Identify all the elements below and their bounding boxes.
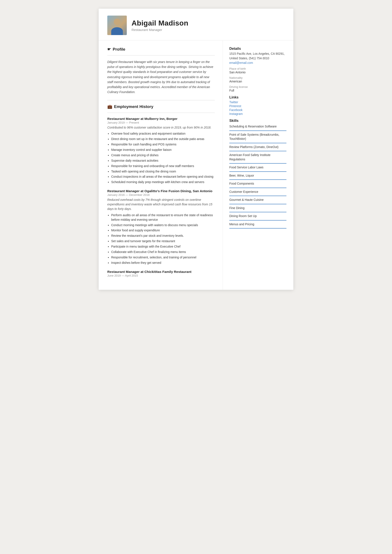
skills-section: Skills Scheduling & Reservation Software… — [229, 119, 287, 229]
bullet: Manage inventory control and supplier li… — [111, 147, 215, 152]
employment-divider — [107, 112, 215, 113]
bullet: Perform audits on all areas of the resta… — [111, 213, 215, 222]
links-label: Links — [229, 95, 287, 99]
place-of-birth-value: San Antonio — [229, 70, 287, 74]
bullet: Set sales and turnover targets for the r… — [111, 239, 215, 244]
bullet: Supervise daily restaurant activities — [111, 158, 215, 163]
nationality-label: Nationality — [229, 76, 287, 79]
job-entry-3: Restaurant Manager at Chickititas Family… — [107, 270, 215, 277]
skill-item-1: Point of Sale Systems (Breadcrumbs, Touc… — [229, 133, 287, 143]
job-title-3: Restaurant Manager at Chickititas Family… — [107, 270, 215, 274]
right-column: Details 1515 Pacific Ave, Los Angeles, C… — [223, 41, 293, 238]
bullet: Oversee food safety practices and equipm… — [111, 131, 215, 136]
job-summary-1: Contributed to 96% customer satisfaction… — [107, 125, 215, 130]
skill-item-10: Dining Room Set Up — [229, 214, 287, 220]
skill-item-7: Customer Experience — [229, 190, 287, 196]
profile-text: Diligent Restaurant Manager with six yea… — [107, 60, 215, 95]
profile-divider — [107, 55, 215, 56]
skill-item-3: American Food Safety Institute Regulatio… — [229, 153, 287, 164]
driving-license-label: Driving license — [229, 85, 287, 89]
skill-item-11: Menus and Pricing — [229, 222, 287, 229]
bullet: Direct dining room set up in the restaur… — [111, 137, 215, 141]
nationality-value: American — [229, 80, 287, 83]
job-title-2: Restaurant Manager at Ogalitto's Fine Fu… — [107, 189, 215, 193]
bullet: Tasked with opening and closing the dini… — [111, 169, 215, 174]
details-section: Details 1515 Pacific Ave, Los Angeles, C… — [229, 47, 287, 92]
bullet: Scheduled morning daily prep meetings wi… — [111, 180, 215, 184]
details-email: email@email.com — [229, 61, 287, 64]
bullet: Inspect dishes before they get served — [111, 260, 215, 265]
bullet: Conduct inspections in all areas of the … — [111, 175, 215, 179]
driving-license-group: Driving license Full — [229, 85, 287, 92]
resume-card: Abigail Madison Restaurant Manager ☛ Pro… — [99, 9, 293, 290]
skill-item-4: Food Service Labor Laws — [229, 165, 287, 172]
skill-item-0: Scheduling & Reservation Software — [229, 124, 287, 131]
header-info: Abigail Madison Restaurant Manager — [132, 19, 285, 32]
avatar — [107, 16, 127, 35]
job-summary-2: Reduced overhead costs by 7% through str… — [107, 197, 215, 211]
skills-label: Skills — [229, 119, 287, 123]
job-dates-2: January 2016 — December 2018 — [107, 193, 215, 196]
job-entry-2: Restaurant Manager at Ogalitto's Fine Fu… — [107, 189, 215, 265]
job-bullets-2: Perform audits on all areas of the resta… — [107, 213, 215, 265]
bullet: Participate in menu tastings with the Ex… — [111, 244, 215, 249]
main-layout: ☛ Profile Diligent Restaurant Manager wi… — [99, 41, 293, 290]
left-column: ☛ Profile Diligent Restaurant Manager wi… — [99, 41, 223, 290]
bullet: Collaborate with Executive Chef in final… — [111, 250, 215, 254]
job-entry-1: Restaurant Manager at Mulberry Inn, Borg… — [107, 117, 215, 185]
place-of-birth-label: Place of birth — [229, 67, 287, 70]
profile-section-title: ☛ Profile — [107, 47, 215, 52]
skill-item-6: Food Components — [229, 182, 287, 188]
bullet: Responsible for cash handling and POS sy… — [111, 142, 215, 147]
bullet: Review the restaurant's par stock and in… — [111, 233, 215, 238]
candidate-title: Restaurant Manager — [132, 28, 285, 32]
skill-item-2: Review Platforms (Zomato, DineOut) — [229, 145, 287, 151]
skill-item-9: Fine Dining — [229, 206, 287, 212]
employment-top-divider — [107, 100, 215, 100]
candidate-name: Abigail Madison — [132, 19, 285, 27]
skill-item-5: Beer, Wine, Liquor — [229, 174, 287, 180]
link-facebook[interactable]: Facebook — [229, 108, 287, 112]
employment-section-title: 💼 Employment History — [107, 104, 215, 109]
nationality-group: Nationality American — [229, 76, 287, 83]
bullet: Create menus and pricing of dishes — [111, 153, 215, 158]
bullet: Responsible for training and onboarding … — [111, 164, 215, 168]
details-address: 1515 Pacific Ave, Los Angeles, CA 90291,… — [229, 52, 287, 61]
job-dates-3: June 2019 — April 2015 — [107, 274, 215, 277]
job-dates-1: January 2019 — Present — [107, 121, 215, 124]
briefcase-icon: 💼 — [107, 104, 112, 109]
job-bullets-1: Oversee food safety practices and equipm… — [107, 131, 215, 184]
header-section: Abigail Madison Restaurant Manager — [99, 9, 293, 41]
link-pinterest[interactable]: Pinterest — [229, 104, 287, 108]
place-of-birth-group: Place of birth San Antonio — [229, 67, 287, 74]
bullet: Conduct morning meetings with waiters to… — [111, 223, 215, 227]
bullet: Monitor food and supply expenditure — [111, 228, 215, 233]
link-twitter[interactable]: Twitter — [229, 100, 287, 104]
driving-license-value: Full — [229, 89, 287, 92]
bullet: Responsible for recruitment, selection, … — [111, 255, 215, 260]
link-instagram[interactable]: Instagram — [229, 112, 287, 116]
employment-section: 💼 Employment History Restaurant Manager … — [107, 104, 215, 277]
profile-icon: ☛ — [107, 47, 111, 52]
details-label: Details — [229, 47, 287, 51]
links-section: Links Twitter Pinterest Facebook Instagr… — [229, 95, 287, 116]
job-title-1: Restaurant Manager at Mulberry Inn, Borg… — [107, 117, 215, 121]
profile-section: ☛ Profile Diligent Restaurant Manager wi… — [107, 47, 215, 95]
skill-item-8: Gourmet & Haute Cuisine — [229, 198, 287, 204]
